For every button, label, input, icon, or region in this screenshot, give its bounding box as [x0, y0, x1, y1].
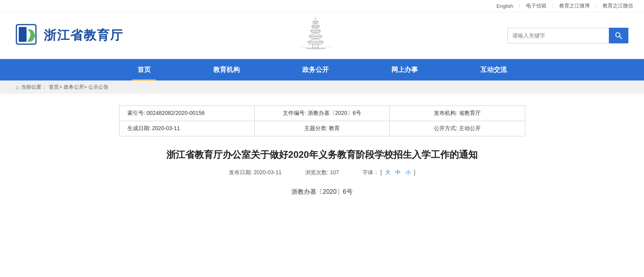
font-bracket-close: ] [414, 169, 416, 175]
date-value: 2020-03-11 [152, 125, 180, 131]
search-area [507, 28, 628, 43]
publish-date-meta: 发布日期: 2020-03-11 [229, 169, 282, 176]
main-content: 索引号: 002482082/2020-00156 文件编号: 浙教办基〔202… [88, 94, 557, 208]
svg-line-16 [620, 37, 622, 39]
breadcrumb-bar: ⌂ 当前位置： 首页> 政务公开> 公示公告 [0, 80, 644, 94]
views-value: 107 [330, 169, 339, 175]
nav-item-home[interactable]: 首页 [106, 59, 182, 80]
category-label: 主题分类: [304, 125, 328, 131]
svg-rect-6 [312, 26, 319, 28]
svg-rect-13 [312, 44, 318, 48]
font-size-meta: 字体： [ 大 中 小 ] [362, 169, 415, 176]
top-bar: English ｜ 电子信箱 ｜ 教育之江微博 ｜ 教育之江微信 [0, 0, 644, 12]
article-meta: 发布日期: 2020-03-11 浏览次数: 107 字体： [ 大 中 小 ] [119, 169, 525, 176]
svg-marker-3 [312, 20, 318, 22]
index-value: 002482082/2020-00156 [146, 110, 205, 116]
views-label: 浏览次数: [305, 169, 328, 175]
table-row-2: 生成日期: 2020-03-11 主题分类: 教育 公开方式: 主动公开 [119, 121, 525, 136]
document-number: 浙教办基〔2020〕6号 [119, 188, 525, 196]
svg-rect-1 [19, 27, 27, 42]
breadcrumb-prefix: 当前位置： [21, 84, 46, 91]
font-label: 字体： [362, 169, 379, 175]
svg-rect-8 [311, 31, 320, 33]
divider-2: ｜ [550, 2, 555, 9]
publisher-value: 省教育厅 [459, 110, 481, 116]
svg-rect-12 [309, 42, 322, 45]
font-medium-btn[interactable]: 中 [395, 169, 401, 175]
font-bracket-open: [ [380, 169, 384, 175]
info-table: 索引号: 002482082/2020-00156 文件编号: 浙教办基〔202… [119, 105, 525, 136]
date-label: 生成日期: [127, 125, 151, 131]
divider-1: ｜ [517, 2, 522, 9]
table-cell-date: 生成日期: 2020-03-11 [119, 121, 254, 136]
search-button[interactable] [609, 28, 628, 43]
table-cell-category: 主题分类: 教育 [254, 121, 389, 136]
svg-marker-7 [310, 28, 321, 31]
nav-bar: 首页 教育机构 政务公开 网上办事 互动交流 [0, 59, 644, 80]
nav-item-online[interactable]: 网上办事 [360, 59, 449, 80]
publisher-label: 发布机构: [434, 110, 457, 116]
article-title: 浙江省教育厅办公室关于做好2020年义务教育阶段学校招生入学工作的通知 [119, 148, 525, 161]
header-center [123, 16, 507, 55]
search-input[interactable] [507, 28, 609, 43]
views-meta: 浏览次数: 107 [305, 169, 339, 176]
pagoda-image [296, 16, 335, 55]
doc-number-value: 浙教办基〔2020〕6号 [308, 110, 361, 116]
logo-text: 浙江省教育厅 [44, 27, 123, 44]
nav-item-interact[interactable]: 互动交流 [449, 59, 538, 80]
publish-date-value: 2020-03-11 [253, 169, 282, 175]
opentype-value: 主动公开 [459, 125, 481, 131]
table-cell-doc-number: 文件编号: 浙教办基〔2020〕6号 [254, 106, 389, 121]
index-label: 索引号: [127, 110, 145, 116]
divider-3: ｜ [594, 2, 599, 9]
weixin-link[interactable]: 教育之江微信 [603, 2, 633, 9]
table-row-1: 索引号: 002482082/2020-00156 文件编号: 浙教办基〔202… [119, 106, 525, 121]
header: 浙江省教育厅 [0, 12, 644, 59]
svg-marker-5 [311, 23, 320, 26]
opentype-label: 公开方式: [434, 125, 457, 131]
breadcrumb-path: 首页> 政务公开> 公示公告 [49, 84, 108, 91]
category-value: 教育 [329, 125, 340, 131]
nav-item-gov[interactable]: 政务公开 [271, 59, 360, 80]
logo-icon [16, 24, 39, 47]
table-cell-index: 索引号: 002482082/2020-00156 [119, 106, 254, 121]
doc-number-label: 文件编号: [283, 110, 306, 116]
table-cell-publisher: 发布机构: 省教育厅 [390, 106, 525, 121]
logo-area: 浙江省教育厅 [16, 24, 123, 47]
svg-marker-9 [309, 33, 322, 36]
font-small-btn[interactable]: 小 [405, 169, 411, 175]
svg-marker-11 [307, 38, 324, 42]
publish-date-label: 发布日期: [229, 169, 252, 175]
search-icon [615, 32, 623, 39]
english-link[interactable]: English [496, 3, 513, 9]
nav-item-institutions[interactable]: 教育机构 [182, 59, 271, 80]
email-link[interactable]: 电子信箱 [526, 2, 546, 9]
home-icon: ⌂ [16, 84, 19, 90]
svg-rect-10 [310, 36, 321, 38]
svg-rect-4 [313, 22, 318, 23]
font-large-btn[interactable]: 大 [385, 169, 391, 175]
weibo-link[interactable]: 教育之江微博 [559, 2, 590, 9]
table-cell-opentype: 公开方式: 主动公开 [390, 121, 525, 136]
